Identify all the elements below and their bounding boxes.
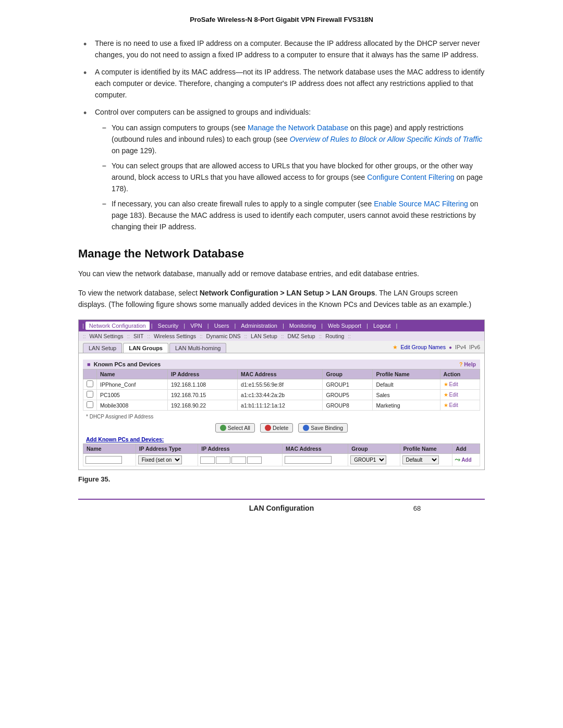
row3-name: Mobile3008 (97, 400, 168, 411)
page-header: ProSafe Wireless-N 8-Port Gigabit VPN Fi… (78, 16, 485, 23)
intro-bullets: There is no need to use a fixed IP addre… (78, 38, 485, 232)
ipv4-label: IPv4 (455, 344, 466, 350)
add-ip-oct2[interactable] (216, 456, 230, 464)
bullet-3: Control over computers can be assigned t… (83, 107, 485, 232)
nav-item-websupport[interactable]: Web Support (324, 322, 365, 330)
subnav-lansetup[interactable]: LAN Setup (248, 332, 280, 340)
row3-ip: 192.168.90.22 (168, 400, 238, 411)
nav-pipe-1: | (82, 323, 84, 329)
tab-right-area: ★ Edit Group Names ● IPv4 IPv6 (393, 344, 480, 352)
add-name-cell (83, 454, 136, 466)
delete-button[interactable]: Delete (260, 423, 293, 433)
col-group: Group (323, 369, 373, 379)
sub-bullet-1: You can assign computers to groups (see … (102, 122, 485, 156)
link-configure-content[interactable]: Configure Content Filtering (367, 173, 454, 181)
add-section-label: Add Known PCs and Devices: (83, 435, 480, 443)
subnav-siit[interactable]: SIIT (131, 332, 146, 340)
known-pcs-label: ■ Known PCs and Devices (87, 361, 161, 367)
add-name-input[interactable] (85, 456, 122, 464)
nav-item-vpn[interactable]: VPN (187, 322, 206, 330)
add-iptype-select[interactable]: Fixed (set on DHCP (138, 455, 182, 464)
row2-name: PC1005 (97, 390, 168, 400)
add-mac-input[interactable] (285, 456, 332, 464)
add-group-select[interactable]: GROUP1 GROUP2 GROUP3 GROUP4 GROUP5 (350, 455, 386, 464)
add-profile-cell: Default Sales Marketing (400, 454, 452, 466)
subnav-dns[interactable]: Dynamic DNS (204, 332, 243, 340)
figure-box: | Network Configuration | Security | VPN… (78, 319, 485, 470)
edit-icon-1: ★ (444, 381, 448, 387)
router-content: ■ Known PCs and Devices ? Help Name IP A… (79, 353, 484, 470)
add-col-add: Add (452, 444, 480, 454)
add-col-mac: MAC Address (283, 444, 348, 454)
nav-item-users[interactable]: Users (211, 322, 233, 330)
add-ip-oct3[interactable] (231, 456, 246, 464)
select-all-button[interactable]: Select All (215, 423, 255, 433)
row2-edit-button[interactable]: ★ Edit (444, 392, 476, 398)
delete-icon (265, 425, 271, 431)
tab-lan-multihoming[interactable]: LAN Multi-homing (169, 343, 226, 353)
page-footer: LAN Configuration 68 (78, 499, 485, 512)
router-nav: | Network Configuration | Security | VPN… (79, 320, 484, 331)
edit-group-names-link[interactable]: Edit Group Names (401, 344, 446, 350)
add-button[interactable]: ⤳ Add (455, 456, 478, 464)
row2-profile: Sales (373, 390, 440, 400)
dhcp-note: * DHCP Assigned IP Address (83, 413, 480, 421)
row3-profile: Marketing (373, 400, 440, 411)
nav-item-network-config[interactable]: Network Configuration (85, 322, 150, 330)
col-checkbox (83, 369, 97, 379)
router-tabs: LAN Setup LAN Groups LAN Multi-homing ★ … (79, 341, 484, 353)
add-col-name: Name (83, 444, 136, 454)
row1-edit-button[interactable]: ★ Edit (444, 381, 476, 387)
nav-item-logout[interactable]: Logout (370, 322, 395, 330)
row1-checkbox[interactable] (87, 380, 93, 387)
subnav-wan[interactable]: WAN Settings (87, 332, 126, 340)
row2-checkbox-cell (83, 390, 97, 400)
nav-item-security[interactable]: Security (154, 322, 182, 330)
ipv4-radio[interactable]: ● (449, 344, 452, 350)
edit-icon-2: ★ (444, 392, 448, 398)
row1-mac: d1:e1:55:56:9e:8f (238, 379, 323, 390)
row1-group: GROUP1 (323, 379, 373, 390)
row3-edit-button[interactable]: ★ Edit (444, 402, 476, 408)
known-pcs-table: Name IP Address MAC Address Group Profil… (83, 369, 480, 411)
add-profile-select[interactable]: Default Sales Marketing (402, 455, 439, 464)
footer-label: LAN Configuration (214, 504, 349, 512)
figure-caption: Figure 35. (78, 475, 485, 483)
subnav-routing[interactable]: Routing (323, 332, 347, 340)
table-row: Mobile3008 192.168.90.22 a1:b1:11:12:1a:… (83, 400, 480, 411)
sub-bullets: You can assign computers to groups (see … (95, 122, 485, 232)
link-overview-rules[interactable]: Overview of Rules to Block or Allow Spec… (290, 135, 483, 143)
col-name: Name (97, 369, 168, 379)
section-heading: Manage the Network Database (78, 247, 485, 261)
add-ip-oct4[interactable] (247, 456, 262, 464)
row1-name: IPPhone_Conf (97, 379, 168, 390)
ipv6-label: IPv6 (469, 344, 480, 350)
row2-checkbox[interactable] (87, 391, 93, 398)
save-binding-button[interactable]: Save Binding (298, 423, 348, 433)
add-ip-oct1[interactable] (200, 456, 215, 464)
row1-checkbox-cell (83, 379, 97, 390)
add-ip-group (200, 456, 280, 464)
add-col-iptype: IP Address Type (136, 444, 198, 454)
link-manage-network-db[interactable]: Manage the Network Database (248, 124, 348, 132)
tab-lan-groups[interactable]: LAN Groups (123, 343, 168, 353)
add-row: Fixed (set on DHCP (83, 454, 480, 466)
row1-profile: Default (373, 379, 440, 390)
subnav-dmz[interactable]: DMZ Setup (285, 332, 317, 340)
row3-checkbox[interactable] (87, 401, 93, 408)
row1-ip: 192.168.1.108 (168, 379, 238, 390)
tab-lan-setup[interactable]: LAN Setup (83, 343, 122, 353)
save-binding-icon (303, 425, 309, 431)
add-group-cell: GROUP1 GROUP2 GROUP3 GROUP4 GROUP5 (348, 454, 400, 466)
row1-action: ★ Edit (440, 379, 480, 390)
link-enable-mac[interactable]: Enable Source MAC Filtering (374, 200, 468, 208)
row3-checkbox-cell (83, 400, 97, 411)
nav-item-monitoring[interactable]: Monitoring (286, 322, 320, 330)
col-mac: MAC Address (238, 369, 323, 379)
nav-item-admin[interactable]: Administration (237, 322, 281, 330)
help-button[interactable]: ? Help (459, 361, 476, 367)
edit-icon-3: ★ (444, 402, 448, 408)
subnav-wireless[interactable]: Wireless Settings (151, 332, 199, 340)
col-action: Action (440, 369, 480, 379)
add-col-group: Group (348, 444, 400, 454)
